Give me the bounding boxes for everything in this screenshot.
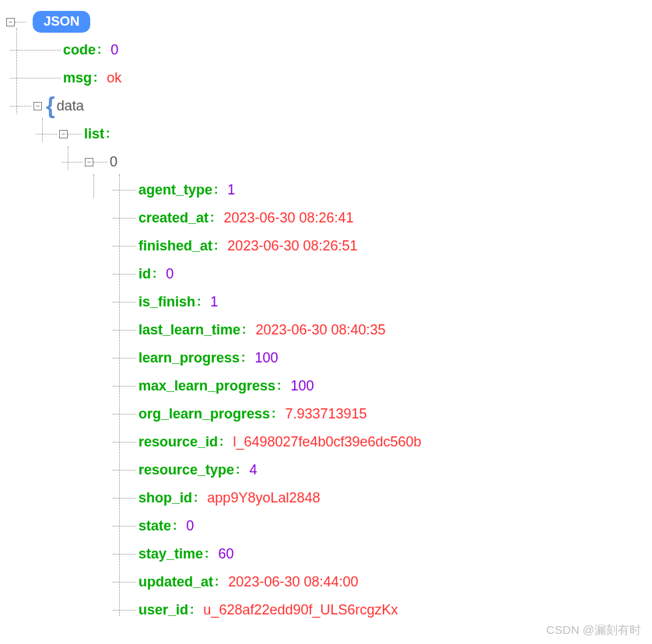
field-row: finished_at:2023-06-30 08:26:51	[6, 232, 652, 260]
field-key: resource_id	[138, 434, 218, 450]
collapse-icon[interactable]: −	[59, 130, 68, 138]
field-key: finished_at	[138, 238, 212, 254]
field-value: 2023-06-30 08:44:00	[228, 574, 358, 590]
field-row: state:0	[6, 512, 652, 540]
field-row: user_id:u_628af22edd90f_ULS6rcgzKx	[6, 596, 652, 624]
field-value: 2023-06-30 08:40:35	[255, 322, 385, 338]
field-row: code:0	[6, 36, 652, 64]
field-key: stay_time	[138, 546, 203, 562]
field-key: last_learn_time	[138, 322, 240, 338]
field-value: u_628af22edd90f_ULS6rcgzKx	[203, 602, 398, 618]
field-value: 1	[227, 182, 235, 198]
data-label: data	[57, 98, 84, 114]
field-row: updated_at:2023-06-30 08:44:00	[6, 568, 652, 596]
root-row: − JSON	[6, 8, 652, 36]
field-row: id:0	[6, 260, 652, 288]
collapse-icon[interactable]: −	[33, 102, 42, 110]
brace-icon: {	[46, 93, 55, 119]
field-key: max_learn_progress	[138, 378, 275, 394]
field-row: learn_progress:100	[6, 344, 652, 372]
field-row: org_learn_progress:7.933713915	[6, 400, 652, 428]
field-value: 100	[290, 378, 314, 394]
field-key: is_finish	[138, 294, 195, 310]
field-row: resource_type:4	[6, 456, 652, 484]
field-value: app9Y8yoLal2848	[207, 490, 320, 506]
field-value: 2023-06-30 08:26:41	[223, 210, 353, 226]
field-value: 4	[249, 462, 257, 478]
field-key: shop_id	[138, 490, 192, 506]
json-badge: JSON	[33, 11, 90, 33]
field-row: resource_id:l_6498027fe4b0cf39e6dc560b	[6, 428, 652, 456]
field-key: state	[138, 518, 171, 534]
field-row: is_finish:1	[6, 288, 652, 316]
field-key: created_at	[138, 210, 209, 226]
field-row: agent_type:1	[6, 176, 652, 204]
field-key: org_learn_progress	[138, 406, 270, 422]
list-index-row: − 0	[6, 148, 652, 176]
field-key: msg	[63, 70, 92, 86]
field-value: 2023-06-30 08:26:51	[227, 238, 357, 254]
watermark: CSDN @漏刻有时	[546, 623, 641, 638]
field-value: l_6498027fe4b0cf39e6dc560b	[233, 434, 421, 450]
field-key: updated_at	[138, 574, 213, 590]
field-row: last_learn_time:2023-06-30 08:40:35	[6, 316, 652, 344]
field-key: agent_type	[138, 182, 212, 198]
data-row: − { data	[6, 92, 652, 120]
field-value: ok	[107, 70, 121, 86]
field-key: id	[138, 266, 151, 282]
list-row: − list :	[6, 120, 652, 148]
field-row: created_at:2023-06-30 08:26:41	[6, 204, 652, 232]
list-key: list	[84, 126, 104, 142]
field-value: 7.933713915	[285, 406, 366, 422]
json-tree: − JSON code:0msg:ok − { data − list : − …	[6, 8, 652, 624]
collapse-icon[interactable]: −	[85, 158, 93, 166]
field-key: resource_type	[138, 462, 234, 478]
field-value: 60	[218, 546, 233, 562]
field-value: 100	[254, 350, 278, 366]
list-index: 0	[110, 154, 117, 170]
field-key: learn_progress	[138, 350, 240, 366]
field-row: max_learn_progress:100	[6, 372, 652, 400]
field-key: code	[63, 42, 96, 58]
field-value: 0	[166, 266, 174, 282]
field-value: 0	[186, 518, 194, 534]
field-value: 0	[110, 42, 118, 58]
field-row: stay_time:60	[6, 540, 652, 568]
collapse-icon[interactable]: −	[6, 18, 15, 26]
field-key: user_id	[138, 602, 188, 618]
field-row: shop_id:app9Y8yoLal2848	[6, 484, 652, 512]
field-row: msg:ok	[6, 64, 652, 92]
field-value: 1	[210, 294, 218, 310]
